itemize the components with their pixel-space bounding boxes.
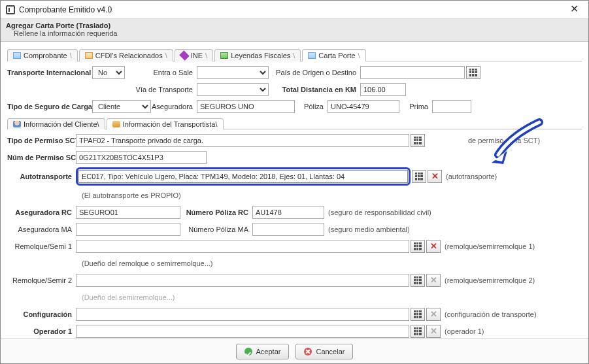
subtab-cliente[interactable]: Información del Cliente\ bbox=[7, 118, 105, 129]
tab-comprobante[interactable]: Comprobante\ bbox=[7, 49, 78, 61]
app-icon bbox=[6, 5, 15, 14]
num-permiso-label: Núm de Permiso SCT bbox=[7, 154, 76, 161]
total-distancia-label: Total Distancia en KM bbox=[269, 86, 360, 93]
document-icon bbox=[308, 52, 316, 59]
tab-label: INE bbox=[191, 52, 203, 59]
num-poliza-rc-input[interactable] bbox=[252, 206, 324, 219]
operador1-input[interactable] bbox=[76, 325, 409, 338]
grid-icon bbox=[415, 173, 423, 180]
entra-sale-select[interactable] bbox=[197, 66, 269, 79]
footer: Aceptar Cancelar bbox=[1, 339, 588, 363]
tab-carta-porte[interactable]: Carta Porte\ bbox=[302, 49, 365, 61]
aseguradora-rc-label: Aseguradora RC bbox=[7, 208, 76, 216]
subtab-label: Información del Transportista bbox=[123, 120, 216, 128]
related-icon bbox=[85, 52, 93, 59]
cancelar-button[interactable]: Cancelar bbox=[295, 344, 353, 359]
tipo-permiso-lookup-button[interactable] bbox=[411, 134, 425, 147]
user-icon bbox=[13, 121, 21, 127]
window-title: Comprobante Emitido v4.0 bbox=[19, 5, 565, 14]
autotransporte-note: (El autotransporte es PROPIO) bbox=[78, 191, 181, 199]
pais-origen-label: País de Origen o Destino bbox=[269, 69, 360, 76]
total-distancia-input[interactable] bbox=[360, 83, 406, 96]
leyendas-icon bbox=[220, 52, 228, 59]
num-poliza-ma-input[interactable] bbox=[252, 223, 324, 236]
operador1-clear-button[interactable]: ✕ bbox=[426, 325, 441, 338]
aseguradora-ma-label: Aseguradora MA bbox=[7, 225, 76, 233]
tipo-permiso-input[interactable] bbox=[76, 134, 409, 147]
num-poliza-ma-label: Número Póliza MA bbox=[180, 225, 252, 233]
remolque2-label: Remolque/Semir 2 bbox=[7, 276, 76, 284]
autotransporte-lookup-button[interactable] bbox=[412, 170, 426, 183]
configuracion-hint: (configuración de transporte) bbox=[441, 310, 537, 318]
tab-cfdis-relacionados[interactable]: CFDI's Relacionados\ bbox=[79, 49, 173, 61]
tab-label: Comprobante bbox=[24, 52, 67, 59]
remolque1-input[interactable] bbox=[76, 240, 409, 253]
tab-leyendas-fiscales[interactable]: Leyendas Fiscales\ bbox=[214, 49, 301, 61]
grid-icon bbox=[414, 276, 422, 284]
transporte-internacional-select[interactable]: No bbox=[92, 66, 125, 79]
subtab-label: Información del Cliente bbox=[24, 120, 97, 128]
x-icon: ✕ bbox=[430, 327, 437, 335]
autotransporte-label: Autotransporte bbox=[7, 173, 76, 180]
via-transporte-select[interactable] bbox=[197, 83, 269, 96]
ma-hint: (seguro medio ambiental) bbox=[324, 225, 410, 233]
operador1-hint: (operador 1) bbox=[441, 327, 484, 335]
configuracion-clear-button[interactable]: ✕ bbox=[426, 308, 441, 321]
subtab-transportista[interactable]: Información del Transportista\ bbox=[107, 118, 224, 129]
poliza-input[interactable] bbox=[328, 100, 399, 113]
button-label: Cancelar bbox=[316, 348, 345, 356]
tipo-seguro-select[interactable]: Cliente bbox=[92, 100, 151, 113]
prima-input[interactable] bbox=[432, 100, 471, 113]
document-icon bbox=[13, 52, 21, 59]
tipo-permiso-label: Tipo de Permiso SCT bbox=[7, 137, 76, 144]
aseguradora-label: Aseguradora bbox=[151, 103, 197, 110]
grid-icon bbox=[414, 242, 422, 250]
subheader: Agregar Carta Porte (Traslado) Rellene l… bbox=[1, 19, 588, 42]
autotransporte-hint: (autotransporte) bbox=[442, 173, 497, 180]
remolque2-lookup-button[interactable] bbox=[411, 274, 425, 287]
pais-origen-input[interactable] bbox=[360, 66, 465, 79]
autotransporte-highlight bbox=[76, 167, 411, 186]
x-icon: ✕ bbox=[430, 242, 437, 250]
tab-label: Leyendas Fiscales bbox=[231, 52, 290, 59]
operador1-label: Operador 1 bbox=[7, 327, 76, 335]
transporte-internacional-label: Transporte Internacional bbox=[7, 69, 92, 76]
configuracion-input[interactable] bbox=[76, 308, 409, 321]
operador1-lookup-button[interactable] bbox=[411, 325, 425, 338]
tab-label: CFDI's Relacionados bbox=[95, 52, 163, 59]
tab-ine[interactable]: INE\ bbox=[175, 49, 213, 61]
truck-icon bbox=[112, 121, 120, 127]
autotransporte-input[interactable] bbox=[78, 170, 408, 183]
num-poliza-rc-label: Número Póliza RC bbox=[180, 208, 252, 216]
pais-origen-lookup-button[interactable] bbox=[466, 66, 480, 79]
num-permiso-input[interactable] bbox=[76, 151, 207, 164]
ine-icon bbox=[179, 50, 190, 61]
subheader-subtitle: Rellene la información requerida bbox=[14, 29, 583, 37]
close-icon[interactable]: ✕ bbox=[565, 3, 583, 16]
remolque1-note: (Dueño del remolque o semirremolque...) bbox=[78, 259, 213, 267]
entra-sale-label: Entra o Sale bbox=[125, 69, 197, 76]
grid-icon bbox=[414, 137, 422, 144]
aseguradora-rc-input[interactable] bbox=[76, 206, 180, 219]
autotransporte-clear-button[interactable]: ✕ bbox=[428, 170, 442, 183]
x-icon: ✕ bbox=[431, 173, 439, 180]
remolque1-clear-button[interactable]: ✕ bbox=[426, 240, 441, 253]
x-icon: ✕ bbox=[430, 276, 437, 284]
grid-icon bbox=[414, 327, 422, 335]
aceptar-button[interactable]: Aceptar bbox=[236, 344, 290, 359]
remolque1-hint: (remolque/semirremolque 1) bbox=[441, 242, 535, 250]
sub-tabs: Información del Cliente\ Información del… bbox=[7, 116, 582, 129]
aseguradora-input[interactable] bbox=[197, 100, 295, 113]
grid-icon bbox=[414, 310, 422, 318]
configuracion-label: Configuración bbox=[7, 310, 76, 318]
remolque1-label: Remolque/Semi 1 bbox=[7, 242, 76, 250]
remolque2-input[interactable] bbox=[76, 274, 409, 287]
via-transporte-label: Vía de Transporte bbox=[7, 86, 197, 93]
rc-hint: (seguro de responsabilidad civil) bbox=[324, 208, 431, 216]
configuracion-lookup-button[interactable] bbox=[411, 308, 425, 321]
button-label: Aceptar bbox=[256, 348, 281, 356]
aseguradora-ma-input[interactable] bbox=[76, 223, 180, 236]
main-tabs: Comprobante\ CFDI's Relacionados\ INE\ L… bbox=[7, 47, 582, 61]
remolque2-clear-button[interactable]: ✕ bbox=[426, 274, 441, 287]
remolque1-lookup-button[interactable] bbox=[411, 240, 425, 253]
